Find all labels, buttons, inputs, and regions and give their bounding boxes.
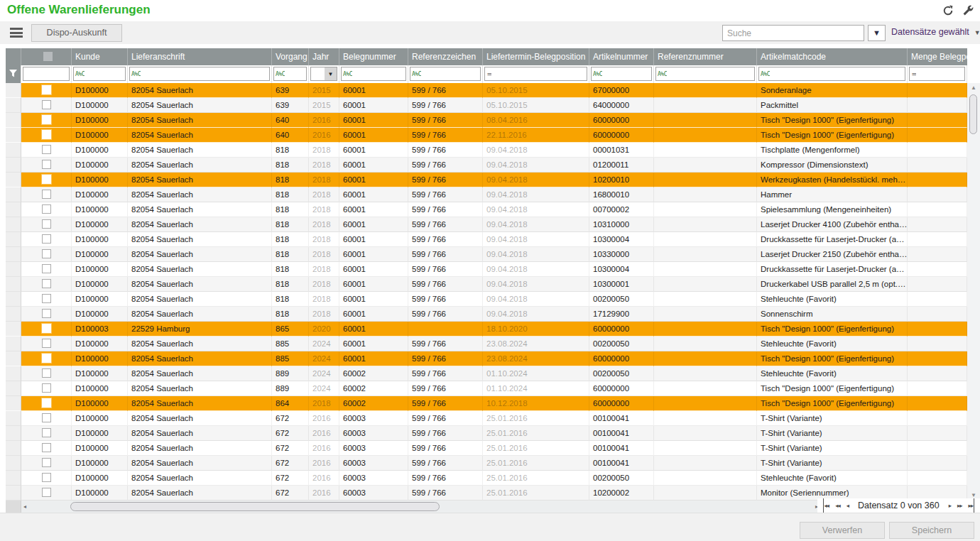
- filter-cell-lieferanschrift[interactable]: A%C: [128, 65, 272, 83]
- vertical-scrollbar[interactable]: ▲ ▼: [967, 83, 980, 501]
- scroll-left-icon[interactable]: ◂: [23, 501, 26, 513]
- table-row[interactable]: D10000082054 Sauerlach818201860001599 / …: [6, 292, 967, 307]
- row-select-cell[interactable]: [21, 351, 72, 366]
- filter-input-jahr[interactable]: [311, 67, 325, 80]
- row-checkbox[interactable]: [42, 264, 51, 273]
- row-checkbox[interactable]: [42, 339, 51, 348]
- row-checkbox[interactable]: [42, 354, 51, 363]
- filter-input-liefertermin[interactable]: [491, 67, 587, 80]
- row-select-cell[interactable]: [21, 202, 72, 217]
- table-row[interactable]: D10000082054 Sauerlach672201660003599 / …: [6, 411, 967, 426]
- row-select-cell[interactable]: [21, 411, 72, 426]
- row-select-cell[interactable]: [21, 98, 72, 113]
- table-row[interactable]: D10000082054 Sauerlach885202460001599 / …: [6, 337, 967, 351]
- row-checkbox[interactable]: [42, 190, 51, 199]
- filter-input-lieferanschrift[interactable]: [141, 67, 269, 80]
- filter-cell-vorgang[interactable]: A%C: [272, 65, 309, 83]
- refresh-icon[interactable]: [942, 4, 954, 17]
- select-all-checkbox[interactable]: [43, 52, 53, 61]
- dispo-auskunft-button[interactable]: Dispo-Auskunft: [31, 24, 122, 42]
- row-checkbox[interactable]: [42, 294, 51, 303]
- table-row[interactable]: D10000082054 Sauerlach818201860001599 / …: [6, 307, 967, 322]
- filter-input-kunde[interactable]: [85, 67, 125, 80]
- row-select-cell[interactable]: [21, 247, 72, 262]
- row-select-cell[interactable]: [21, 366, 72, 381]
- table-row[interactable]: D10000322529 Hamburg86520206000118.10.20…: [6, 322, 967, 337]
- search-input[interactable]: [722, 25, 864, 41]
- row-checkbox[interactable]: [42, 204, 51, 214]
- horizontal-scroll-track[interactable]: [31, 502, 812, 511]
- filter-input-belegnummer[interactable]: [352, 67, 405, 80]
- table-row[interactable]: D10000082054 Sauerlach640201660001599 / …: [6, 128, 967, 143]
- record-first-icon[interactable]: ◂◂: [823, 498, 829, 513]
- row-checkbox[interactable]: [42, 398, 51, 408]
- row-select-cell[interactable]: [21, 277, 72, 292]
- table-row[interactable]: D10000082054 Sauerlach818201860001599 / …: [6, 173, 967, 187]
- row-select-cell[interactable]: [21, 143, 72, 158]
- column-header-kunde[interactable]: Kunde: [72, 48, 128, 65]
- row-select-cell[interactable]: [21, 292, 72, 307]
- row-checkbox[interactable]: [42, 249, 51, 258]
- horizontal-scroll-thumb[interactable]: [70, 502, 440, 511]
- row-checkbox[interactable]: [42, 488, 51, 497]
- records-selected-dropdown[interactable]: Datensätze gewählt▼: [891, 27, 980, 37]
- table-row[interactable]: D10000082054 Sauerlach818201860001599 / …: [6, 143, 967, 158]
- row-select-cell[interactable]: [21, 381, 72, 396]
- table-row[interactable]: D10000082054 Sauerlach818201860001599 / …: [6, 158, 967, 173]
- row-checkbox[interactable]: [42, 100, 51, 109]
- row-checkbox[interactable]: [42, 279, 51, 288]
- record-fast-forward-icon[interactable]: ▸▸: [957, 498, 962, 513]
- column-header-referenznummer[interactable]: Referenznummer: [654, 48, 757, 65]
- table-row[interactable]: D10000082054 Sauerlach864201860002599 / …: [6, 396, 967, 411]
- filter-input-select[interactable]: [23, 67, 69, 80]
- horizontal-scrollbar[interactable]: ◂ ▸ ◂◂ ◂◂ ◂ Datensatz 0 von 360 ▸ ▸▸ ▸▸: [6, 501, 980, 513]
- table-row[interactable]: D10000082054 Sauerlach818201860001599 / …: [6, 202, 967, 217]
- column-header-select[interactable]: [21, 48, 72, 65]
- row-checkbox[interactable]: [42, 130, 51, 139]
- filter-input-menge[interactable]: [916, 67, 964, 80]
- filter-cell-kunde[interactable]: A%C: [72, 65, 128, 83]
- row-select-cell[interactable]: [21, 187, 72, 202]
- filter-cell-liefertermin[interactable]: =: [483, 65, 589, 83]
- row-checkbox[interactable]: [42, 234, 51, 244]
- filter-cell-referenznummer[interactable]: A%C: [654, 65, 757, 83]
- row-select-cell[interactable]: [21, 232, 72, 247]
- table-row[interactable]: D10000082054 Sauerlach672201660003599 / …: [6, 471, 967, 486]
- table-row[interactable]: D10000082054 Sauerlach818201860001599 / …: [6, 232, 967, 247]
- scroll-up-icon[interactable]: ▲: [967, 83, 980, 93]
- table-row[interactable]: D10000082054 Sauerlach639201560001599 / …: [6, 83, 967, 98]
- column-header-referenzzeichen[interactable]: Referenzzeichen: [408, 48, 483, 65]
- column-header-liefertermin[interactable]: Liefertermin-Belegposition: [483, 48, 589, 65]
- row-checkbox[interactable]: [42, 85, 51, 94]
- row-select-cell[interactable]: [21, 441, 72, 456]
- wrench-icon[interactable]: [962, 4, 974, 17]
- row-checkbox[interactable]: [42, 413, 51, 422]
- record-prev-icon[interactable]: ◂: [846, 498, 849, 513]
- filter-input-vorgang[interactable]: [285, 67, 306, 80]
- row-checkbox[interactable]: [42, 175, 51, 184]
- row-select-cell[interactable]: [21, 262, 72, 277]
- table-row[interactable]: D10000082054 Sauerlach818201860001599 / …: [6, 277, 967, 292]
- row-select-cell[interactable]: [21, 426, 72, 441]
- row-select-cell[interactable]: [21, 456, 72, 471]
- row-checkbox[interactable]: [42, 428, 51, 437]
- column-header-vorgang[interactable]: Vorgang: [272, 48, 309, 65]
- row-checkbox[interactable]: [42, 115, 51, 124]
- row-select-cell[interactable]: [21, 471, 72, 486]
- filter-input-artikelmatchcode[interactable]: [770, 67, 905, 80]
- row-checkbox[interactable]: [42, 443, 51, 452]
- row-checkbox[interactable]: [42, 383, 51, 393]
- record-fast-back-icon[interactable]: ◂◂: [835, 498, 840, 513]
- table-row[interactable]: D10000082054 Sauerlach640201660001599 / …: [6, 113, 967, 128]
- table-row[interactable]: D10000082054 Sauerlach889202460002599 / …: [6, 381, 967, 396]
- column-header-lieferanschrift[interactable]: Lieferanschrift: [128, 48, 272, 65]
- filter-cell-artikelmatchcode[interactable]: A%C: [757, 65, 908, 83]
- table-row[interactable]: D10000082054 Sauerlach818201860001599 / …: [6, 217, 967, 232]
- row-select-cell[interactable]: [21, 173, 72, 187]
- table-row[interactable]: D10000082054 Sauerlach818201860001599 / …: [6, 247, 967, 262]
- filter-input-referenznummer[interactable]: [667, 67, 754, 80]
- filter-cell-belegnummer[interactable]: A%C: [339, 65, 408, 83]
- save-button[interactable]: Speichern: [889, 522, 974, 539]
- column-header-jahr[interactable]: Jahr: [309, 48, 339, 65]
- discard-button[interactable]: Verwerfen: [800, 522, 885, 539]
